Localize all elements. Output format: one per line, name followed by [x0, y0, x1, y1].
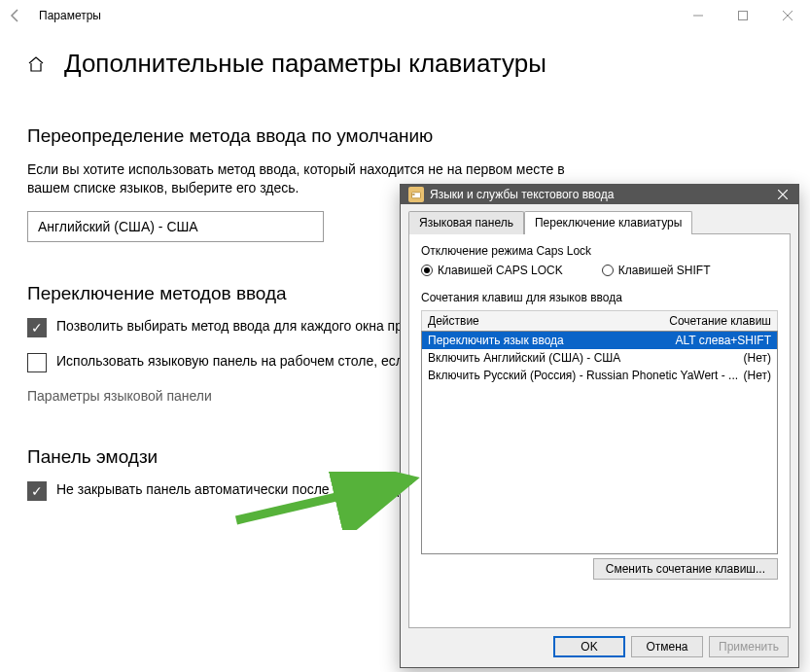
radio-shift-label: Клавишей SHIFT — [618, 264, 711, 277]
list-item[interactable]: Переключить язык ввода ALT слева+SHIFT — [422, 332, 777, 349]
list-item[interactable]: Включить Английский (США) - США (Нет) — [422, 349, 777, 367]
radio-capslock[interactable]: Клавишей CAPS LOCK — [421, 264, 563, 277]
checkbox-per-app-input[interactable]: ✓ — [27, 318, 47, 337]
tab-keyboard-switch[interactable]: Переключение клавиатуры — [524, 211, 692, 234]
window-title: Параметры — [39, 9, 101, 22]
checkbox-language-bar[interactable] — [27, 353, 47, 372]
list-item[interactable]: Включить Русский (Россия) - Russian Phon… — [422, 367, 777, 384]
check-icon: ✓ — [31, 321, 43, 335]
settings-titlebar: Параметры — [0, 0, 810, 31]
list-hotkey: (Нет) — [744, 351, 771, 365]
checkbox-emoji-stay-open[interactable]: ✓ — [27, 481, 47, 501]
change-hotkey-button[interactable]: Сменить сочетание клавиш... — [593, 558, 778, 580]
dialog-title: Языки и службы текстового ввода — [430, 188, 614, 201]
list-action: Переключить язык ввода — [428, 334, 564, 347]
default-input-method-dropdown[interactable]: Английский (США) - США — [27, 211, 324, 242]
hotkeys-list[interactable]: Переключить язык ввода ALT слева+SHIFT В… — [421, 331, 778, 554]
list-hotkey: (Нет) — [744, 369, 771, 382]
caps-section-label: Отключение режима Caps Lock — [421, 244, 778, 258]
cancel-button[interactable]: Отмена — [631, 636, 703, 657]
text-services-dialog: Языки и службы текстового ввода Языковая… — [400, 184, 799, 668]
radio-dot-icon — [421, 265, 433, 276]
dropdown-value: Английский (США) - США — [38, 219, 198, 234]
close-button[interactable] — [765, 0, 810, 31]
hotkeys-section-label: Сочетания клавиш для языков ввода — [421, 291, 778, 304]
tab-language-panel[interactable]: Языковая панель — [408, 211, 524, 234]
radio-capslock-label: Клавишей CAPS LOCK — [438, 264, 563, 277]
list-action: Включить Русский (Россия) - Russian Phon… — [428, 369, 738, 382]
apply-button[interactable]: Применить — [709, 636, 789, 657]
radio-shift[interactable]: Клавишей SHIFT — [602, 264, 711, 277]
dialog-title-icon — [408, 187, 424, 202]
maximize-button[interactable] — [721, 0, 765, 31]
svg-rect-1 — [739, 12, 748, 20]
minimize-button[interactable] — [676, 0, 721, 31]
list-hotkey: ALT слева+SHIFT — [676, 334, 772, 347]
list-action: Включить Английский (США) - США — [428, 351, 620, 365]
check-icon: ✓ — [31, 484, 43, 498]
svg-rect-3 — [412, 194, 414, 195]
hotkeys-list-header: Действие Сочетание клавиш — [421, 310, 778, 331]
checkbox-emoji-stay-open-label: Не закрывать панель автоматически после … — [56, 481, 419, 497]
section-override-heading: Переопределение метода ввода по умолчани… — [27, 125, 791, 147]
back-button[interactable] — [8, 8, 23, 23]
radio-dot-icon — [602, 265, 614, 276]
page-title: Дополнительные параметры клавиатуры — [64, 49, 546, 79]
col-hotkey: Сочетание клавиш — [669, 314, 771, 328]
ok-button[interactable]: OK — [553, 636, 625, 657]
col-action: Действие — [428, 314, 479, 328]
dialog-titlebar[interactable]: Языки и службы текстового ввода — [401, 185, 798, 204]
dialog-close-button[interactable] — [773, 185, 792, 204]
home-icon[interactable] — [27, 55, 45, 73]
